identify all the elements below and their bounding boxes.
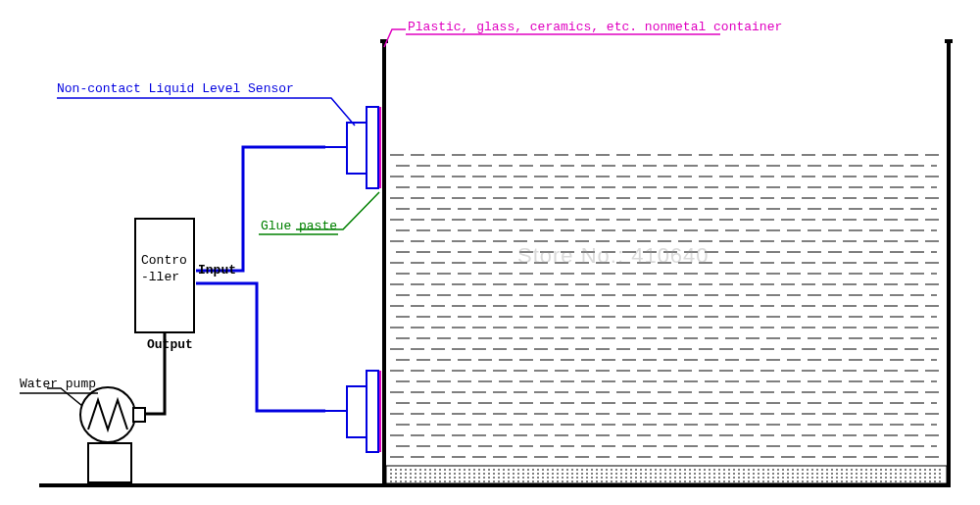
sensor-label: Non-contact Liquid Level Sensor [57,81,294,96]
watermark-text: Store No.: 410640 [517,243,710,269]
svg-rect-32 [386,466,947,483]
glue-paste-label: Glue paste [261,219,337,233]
svg-rect-48 [88,443,131,482]
svg-rect-42 [367,371,378,452]
svg-rect-40 [347,123,367,174]
svg-point-46 [80,387,135,442]
svg-rect-39 [367,107,378,188]
controller-label-line1: Contro [141,253,187,268]
svg-rect-47 [133,408,145,422]
svg-rect-43 [347,386,367,437]
pump-label: Water pump [20,377,96,391]
container-label: Plastic, glass, ceramics, etc. nonmetal … [408,20,782,34]
controller-label-line2: -ller [141,270,179,284]
output-label: Output [147,337,193,352]
input-label: Input [198,263,236,278]
